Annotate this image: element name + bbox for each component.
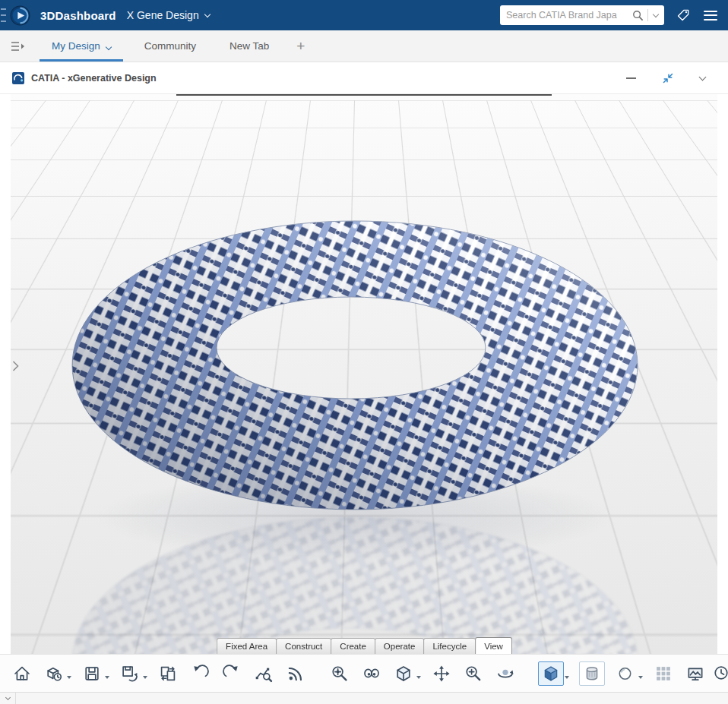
search-box: [500, 5, 664, 25]
tab-strip: My Design Community New Tab +: [0, 30, 728, 62]
turn-icon[interactable]: [494, 662, 517, 685]
tab-label: New Tab: [229, 40, 269, 52]
save-icon[interactable]: [81, 662, 103, 685]
viewport-tab-lifecycle[interactable]: Lifecycle: [423, 638, 476, 654]
viewport-tab-fixed-area[interactable]: Fixed Area: [217, 638, 277, 654]
pan-icon[interactable]: [430, 662, 453, 685]
look-at-icon[interactable]: [360, 662, 383, 685]
tab-caret-icon: [106, 43, 112, 49]
frame-top-edge: [176, 94, 552, 96]
viewport-tab-construct[interactable]: Construct: [276, 638, 331, 654]
shaded-icon[interactable]: [538, 661, 564, 686]
search-scope-caret-icon[interactable]: [654, 14, 660, 17]
tab-community[interactable]: Community: [128, 30, 213, 62]
zoom-icon[interactable]: [462, 662, 485, 685]
panel-expand-icon[interactable]: [12, 360, 19, 372]
catia-logo-icon: [12, 72, 24, 84]
tab-label: Community: [144, 40, 196, 52]
scroll-down-button[interactable]: [0, 693, 16, 704]
save-manage-icon[interactable]: [119, 662, 141, 685]
render-style-icon[interactable]: [614, 662, 637, 685]
panel-toggle-icon[interactable]: [0, 30, 35, 62]
search-icon[interactable]: [632, 10, 644, 21]
rss-icon[interactable]: [284, 662, 307, 685]
toolbar-separator: [521, 664, 533, 683]
redo-icon[interactable]: [220, 662, 243, 685]
grid-icon[interactable]: [652, 662, 675, 685]
widget-collapse-icon[interactable]: [700, 77, 705, 80]
viewport-tab-strip: Fixed Area Construct Create Operate Life…: [217, 637, 511, 654]
viewport-tab-label: Construct: [285, 642, 322, 651]
search-input[interactable]: [506, 10, 632, 21]
viewport-tab-label: View: [484, 642, 503, 651]
ambience-icon[interactable]: [684, 662, 707, 685]
undo-icon[interactable]: [188, 662, 211, 685]
viewport-tab-label: Operate: [384, 642, 416, 651]
menu-icon[interactable]: [704, 11, 717, 21]
dashboard-title[interactable]: X Gene Design: [127, 9, 210, 21]
bottom-strip: [0, 692, 728, 704]
toolbar-separator: [312, 664, 324, 683]
viewport-tab-create[interactable]: Create: [331, 638, 375, 654]
resize-icon[interactable]: [662, 72, 674, 84]
zoom-settings-icon[interactable]: [328, 662, 351, 685]
3d-viewport[interactable]: Fixed Area Construct Create Operate Life…: [11, 94, 717, 654]
top-bar: 3DDashboard X Gene Design: [0, 0, 728, 30]
torus-model[interactable]: [11, 94, 717, 654]
home-icon[interactable]: [11, 662, 33, 685]
capture-icon[interactable]: [710, 661, 728, 684]
views-icon[interactable]: [392, 662, 415, 685]
viewport-tab-label: Fixed Area: [226, 642, 267, 651]
viewport-tab-label: Lifecycle: [432, 642, 467, 651]
minimize-icon[interactable]: [626, 77, 636, 79]
tab-label: My Design: [52, 40, 100, 52]
dashboard-caret-icon: [204, 11, 210, 17]
tag-icon[interactable]: [676, 8, 690, 22]
material-icon[interactable]: [579, 661, 605, 686]
dashboard-title-label: X Gene Design: [127, 9, 199, 21]
viewport-tab-label: Create: [340, 642, 366, 651]
search-divider: [647, 9, 648, 21]
tab-new-tab[interactable]: New Tab: [213, 30, 286, 62]
widget-header: CATIA - xGenerative Design: [0, 62, 728, 94]
bottom-toolbar: [0, 654, 728, 692]
exchange-icon[interactable]: [157, 662, 179, 685]
app-brand[interactable]: 3DDashboard: [40, 9, 116, 22]
application-window: 3DDashboard X Gene Design: [0, 0, 728, 704]
add-tab-button[interactable]: +: [286, 30, 315, 62]
widget-title: CATIA - xGenerative Design: [31, 73, 157, 84]
zoom-graph-icon[interactable]: [252, 662, 275, 685]
session-icon[interactable]: [43, 662, 65, 685]
left-edge-menu-icon[interactable]: [1, 6, 8, 24]
compass-icon[interactable]: [10, 5, 30, 26]
viewport-tab-view[interactable]: View: [475, 637, 512, 654]
viewport-tab-operate[interactable]: Operate: [375, 638, 425, 654]
tab-my-design[interactable]: My Design: [35, 30, 128, 62]
